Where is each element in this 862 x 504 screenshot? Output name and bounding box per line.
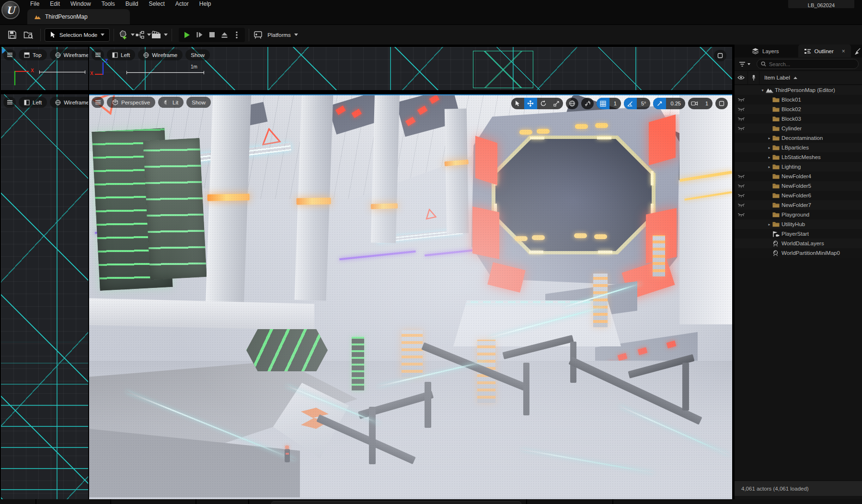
outliner-row[interactable]: ▸ Decontamination [735, 133, 862, 143]
console-input-hint[interactable] [271, 501, 521, 504]
tab-thirdpersonmap[interactable]: ThirdPersonMap [27, 9, 130, 24]
menu-item-edit[interactable]: Edit [45, 0, 65, 8]
viewport-type-label: Left [33, 100, 42, 105]
viewport-menu-button[interactable] [92, 49, 104, 60]
rotate-tool-button[interactable] [537, 98, 550, 109]
row-visibility-toggle[interactable] [735, 213, 748, 217]
outliner-row[interactable]: ▾ ThirdPersonMap (Editor) [735, 85, 862, 95]
outliner-row[interactable]: ▸ LbStaticMeshes [735, 152, 862, 162]
outliner-search[interactable] [757, 59, 859, 69]
outliner-row[interactable]: PlayerStart [735, 229, 862, 239]
menu-item-build[interactable]: Build [120, 0, 144, 8]
world-local-space-button[interactable] [566, 98, 578, 109]
row-expander-icon[interactable]: ▸ [766, 155, 772, 160]
lit-mode-button[interactable]: Lit [158, 97, 184, 108]
scale-snap-toggle[interactable] [653, 98, 666, 109]
viewmode-button[interactable]: Wireframe [50, 49, 88, 60]
outliner-row[interactable]: NewFolder6 [735, 191, 862, 200]
menu-item-actor[interactable]: Actor [170, 0, 194, 8]
visibility-column-header[interactable] [735, 71, 748, 84]
viewport-type-button[interactable]: Left [19, 97, 47, 108]
row-visibility-toggle[interactable] [735, 184, 748, 188]
outliner-row[interactable]: Block03 [735, 114, 862, 124]
selection-mode-dropdown[interactable]: Selection Mode [45, 28, 110, 42]
viewport-type-button[interactable]: Top [19, 49, 47, 60]
row-expander-icon[interactable]: ▸ [766, 146, 772, 150]
pin-column-header[interactable] [748, 71, 759, 84]
menu-item-tools[interactable]: Tools [96, 0, 120, 8]
move-tool-button[interactable] [524, 98, 537, 109]
outliner-row[interactable]: NewFolder7 [735, 200, 862, 210]
row-visibility-toggle[interactable] [735, 203, 748, 207]
docked-tab-edge-icon[interactable] [854, 48, 861, 55]
outliner-row[interactable]: NewFolder4 [735, 172, 862, 181]
eject-button[interactable] [218, 29, 230, 41]
row-visibility-toggle[interactable] [735, 194, 748, 198]
viewport-menu-button[interactable] [3, 97, 16, 108]
viewport-top-ortho[interactable]: Top Wireframe X [1, 47, 88, 90]
close-icon[interactable]: × [842, 48, 845, 55]
outliner-row[interactable]: ▸ UtilityHub [735, 219, 862, 229]
outliner-row[interactable]: NewFolder5 [735, 181, 862, 191]
row-expander-icon[interactable]: ▸ [766, 222, 772, 227]
tab-layers[interactable]: Layers [746, 45, 785, 57]
menu-item-file[interactable]: File [25, 0, 45, 8]
outliner-row[interactable]: ▸ Lighting [735, 162, 862, 172]
outliner-row[interactable]: ▸ LBparticles [735, 143, 862, 152]
outliner-row[interactable]: Cylinder [735, 124, 862, 133]
viewport-type-button[interactable]: Left [107, 49, 135, 60]
blueprints-button[interactable] [135, 27, 151, 43]
viewmode-button[interactable]: Wireframe [50, 97, 88, 108]
rotation-snap-value[interactable]: 5° [637, 98, 651, 109]
search-input[interactable] [769, 61, 854, 67]
grid-snap-toggle[interactable] [597, 98, 609, 109]
select-tool-button[interactable] [511, 98, 524, 109]
outliner-row[interactable]: Playground [735, 210, 862, 219]
outliner-row[interactable]: Block02 [735, 104, 862, 114]
scale-snap-value[interactable]: 0.25 [666, 98, 685, 109]
row-visibility-toggle[interactable] [735, 107, 748, 112]
add-actor-button[interactable] [118, 27, 135, 43]
row-expander-icon[interactable]: ▾ [759, 88, 766, 92]
viewport-perspective[interactable]: Perspective Lit Show 1 [89, 94, 732, 504]
row-visibility-toggle[interactable] [735, 126, 748, 131]
scale-tool-button[interactable] [550, 98, 563, 109]
row-expander-icon[interactable]: ▸ [766, 165, 772, 169]
item-label-column-header[interactable]: Item Label [764, 75, 797, 80]
row-visibility-toggle[interactable] [735, 117, 748, 121]
grid-snap-value[interactable]: 1 [609, 98, 621, 109]
outliner-row[interactable]: Block01 [735, 95, 862, 104]
filter-button[interactable] [739, 61, 750, 67]
platforms-dropdown[interactable]: Platforms [253, 31, 298, 39]
play-button[interactable] [181, 29, 193, 41]
viewport-left-ortho[interactable]: Left Wireframe [1, 94, 88, 504]
maximize-viewport-button[interactable] [715, 98, 728, 109]
rotation-snap-toggle[interactable] [624, 98, 637, 109]
tab-outliner[interactable]: Outliner × [798, 45, 851, 57]
show-menu-button[interactable]: Show [185, 49, 210, 60]
outliner-row[interactable]: WorldDataLayers [735, 239, 862, 248]
menu-item-select[interactable]: Select [143, 0, 170, 8]
play-options-kebab-icon[interactable] [230, 29, 243, 41]
menu-item-help[interactable]: Help [194, 0, 217, 8]
viewport-menu-button[interactable] [92, 97, 104, 108]
maximize-viewport-button[interactable] [714, 50, 726, 61]
row-expander-icon[interactable]: ▸ [766, 136, 772, 140]
show-menu-button[interactable]: Show [186, 97, 211, 108]
surface-snapping-button[interactable] [581, 98, 594, 109]
row-visibility-toggle[interactable] [735, 174, 748, 179]
skip-frame-button[interactable] [193, 29, 206, 41]
row-visibility-toggle[interactable] [735, 98, 748, 102]
browse-content-button[interactable] [20, 27, 36, 43]
camera-speed-value[interactable]: 1 [701, 98, 713, 109]
camera-speed-button[interactable] [688, 98, 701, 109]
viewport-type-button[interactable]: Perspective [107, 97, 155, 108]
outliner-row[interactable]: WorldPartitionMiniMap0 [735, 248, 862, 258]
stop-button[interactable] [206, 29, 218, 41]
viewport-strip-ortho[interactable]: Left Wireframe Show 1m Z X [89, 47, 732, 90]
menu-item-window[interactable]: Window [65, 0, 96, 8]
viewport-menu-button[interactable] [3, 49, 16, 60]
cinematics-button[interactable] [151, 27, 168, 43]
viewmode-button[interactable]: Wireframe [138, 49, 183, 60]
save-button[interactable] [4, 27, 20, 43]
